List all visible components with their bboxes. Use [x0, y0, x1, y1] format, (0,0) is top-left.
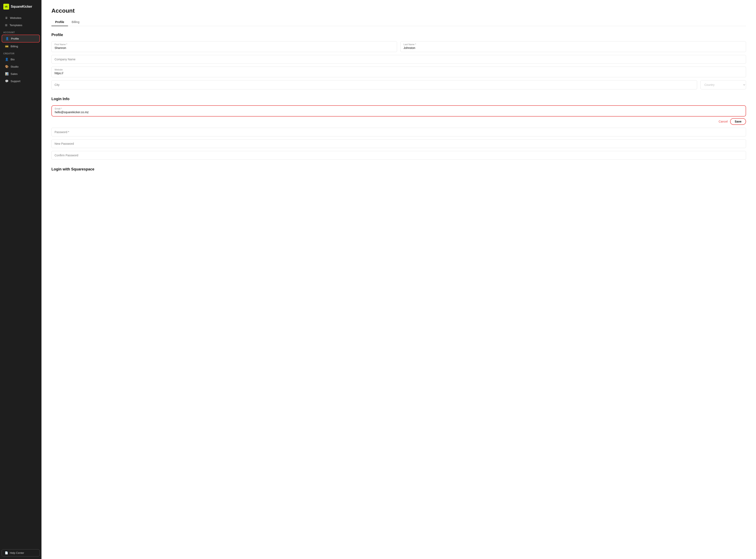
studio-icon: 🎨: [5, 65, 8, 68]
confirm-password-group: [51, 151, 746, 160]
sidebar-label-websites: Websites: [10, 16, 21, 20]
sidebar-item-support[interactable]: 💬 Support: [2, 77, 40, 85]
sidebar-item-templates[interactable]: ⊞ Templates: [2, 22, 40, 29]
tabs-bar: Profile Billing: [51, 18, 746, 26]
squarespace-section-title: Login with Squarespace: [51, 167, 746, 172]
sidebar-label-billing: Billing: [10, 45, 18, 48]
tab-billing[interactable]: Billing: [68, 18, 83, 26]
page-title: Account: [51, 7, 746, 14]
first-name-input[interactable]: [54, 46, 394, 49]
city-group: [51, 80, 697, 89]
email-label: Email *: [55, 107, 743, 110]
sidebar-footer: 📄 Help Center: [0, 547, 42, 559]
bio-icon: 👤: [5, 58, 8, 61]
last-name-field-wrapper: Last Name *: [400, 41, 746, 52]
email-actions: Cancel Save: [51, 118, 746, 125]
email-input[interactable]: [55, 111, 743, 114]
country-group: Country: [701, 80, 746, 89]
email-group: Email *: [51, 105, 746, 116]
website-field-wrapper: Website: [51, 67, 746, 77]
sales-icon: 📊: [5, 72, 8, 75]
sidebar-label-profile: Profile: [11, 37, 19, 40]
sidebar-section-creator: CREATOR: [0, 50, 42, 55]
website-row: Website: [51, 67, 746, 77]
name-row: First Name * Last Name *: [51, 41, 746, 52]
profile-icon: 👤: [5, 37, 9, 40]
sidebar-section-account: ACCOUNT: [0, 29, 42, 35]
first-name-field-wrapper: First Name *: [51, 41, 397, 52]
website-label: Website: [54, 68, 743, 71]
main-content: Account Profile Billing Profile First Na…: [42, 0, 756, 559]
sk-logo-icon: sk: [3, 4, 9, 9]
sidebar-item-websites[interactable]: 🖥 Websites: [2, 14, 40, 21]
website-group: Website: [51, 67, 746, 77]
confirm-password-row: [51, 151, 746, 160]
login-section: Login Info Email * Cancel Save: [51, 97, 746, 160]
website-input[interactable]: [54, 71, 743, 75]
sidebar-item-profile[interactable]: 👤 Profile: [2, 35, 40, 43]
support-icon: 💬: [5, 80, 8, 83]
help-center-label: Help Center: [10, 551, 24, 555]
city-country-row: Country: [51, 80, 746, 89]
sidebar-label-sales: Sales: [10, 72, 18, 75]
sidebar-item-billing[interactable]: 💳 Billing: [2, 43, 40, 50]
help-center-button[interactable]: 📄 Help Center: [2, 549, 40, 557]
templates-icon: ⊞: [5, 23, 7, 27]
sidebar-nav: 🖥 Websites ⊞ Templates ACCOUNT 👤 Profile…: [0, 13, 42, 547]
profile-section-title: Profile: [51, 33, 746, 37]
brand-logo: sk SquareKicker: [0, 0, 42, 13]
last-name-input[interactable]: [403, 46, 743, 49]
new-password-input[interactable]: [51, 139, 746, 148]
sidebar: sk SquareKicker 🖥 Websites ⊞ Templates A…: [0, 0, 42, 559]
confirm-password-input[interactable]: [51, 151, 746, 160]
country-select[interactable]: Country: [701, 80, 746, 89]
first-name-group: First Name *: [51, 41, 397, 52]
company-row: [51, 55, 746, 64]
new-password-row: [51, 139, 746, 148]
sidebar-item-sales[interactable]: 📊 Sales: [2, 70, 40, 77]
password-row: [51, 128, 746, 136]
profile-section: Profile First Name * Last Name *: [51, 33, 746, 89]
sidebar-item-studio[interactable]: 🎨 Studio: [2, 63, 40, 70]
password-group: [51, 128, 746, 136]
sidebar-label-support: Support: [10, 80, 20, 83]
company-name-input[interactable]: [51, 55, 746, 64]
cancel-button[interactable]: Cancel: [719, 120, 728, 123]
first-name-label: First Name *: [54, 43, 394, 46]
email-row: Email *: [51, 105, 746, 116]
save-button[interactable]: Save: [730, 118, 746, 125]
city-input[interactable]: [51, 80, 697, 89]
help-center-icon: 📄: [5, 551, 8, 555]
sidebar-label-templates: Templates: [9, 24, 22, 27]
sidebar-label-bio: Bio: [10, 58, 15, 61]
billing-icon: 💳: [5, 45, 8, 48]
sidebar-label-studio: Studio: [10, 65, 19, 68]
new-password-group: [51, 139, 746, 148]
monitor-icon: 🖥: [5, 16, 8, 20]
brand-name: SquareKicker: [11, 5, 32, 8]
last-name-group: Last Name *: [400, 41, 746, 52]
company-group: [51, 55, 746, 64]
squarespace-section: Login with Squarespace: [51, 167, 746, 172]
password-input[interactable]: [51, 128, 746, 136]
sidebar-item-bio[interactable]: 👤 Bio: [2, 56, 40, 63]
tab-profile[interactable]: Profile: [51, 18, 68, 26]
login-section-title: Login Info: [51, 97, 746, 101]
last-name-label: Last Name *: [403, 43, 743, 46]
email-field-wrapper: Email *: [51, 105, 746, 116]
